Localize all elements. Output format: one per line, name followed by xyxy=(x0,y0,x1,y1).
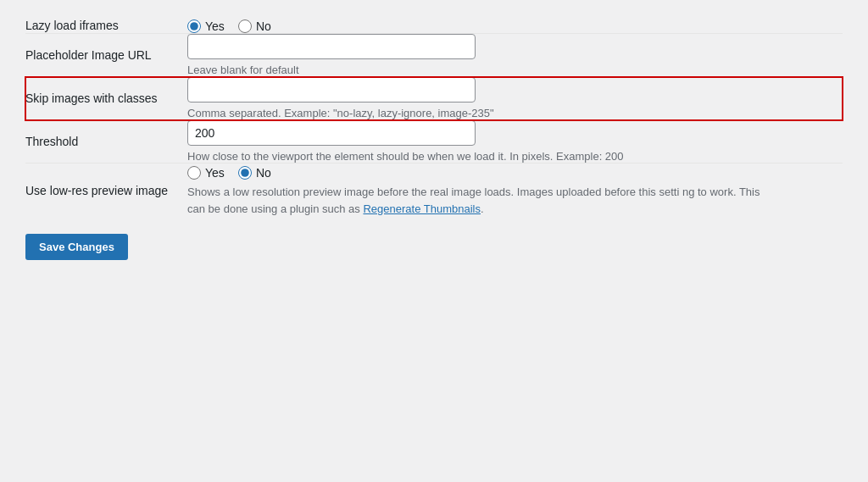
placeholder-image-url-label: Placeholder Image URL xyxy=(25,34,187,77)
placeholder-image-url-row: Placeholder Image URL Leave blank for de… xyxy=(25,34,843,77)
low-res-no-radio[interactable] xyxy=(238,166,252,180)
skip-images-label: Skip images with classes xyxy=(25,77,187,120)
placeholder-image-url-input[interactable] xyxy=(187,34,476,59)
skip-images-row: Skip images with classes Comma separated… xyxy=(25,77,843,120)
skip-images-input[interactable] xyxy=(187,77,476,102)
low-res-yes-label: Yes xyxy=(205,166,225,180)
low-res-preview-label: Use low-res preview image xyxy=(25,163,187,218)
lazy-load-no-label: No xyxy=(256,19,271,33)
lazy-load-yes-option[interactable]: Yes xyxy=(187,19,225,33)
low-res-preview-row: Use low-res preview image Yes No Shows a… xyxy=(25,163,843,218)
low-res-no-label: No xyxy=(256,166,271,180)
lazy-load-radio-group: Yes No xyxy=(187,17,843,33)
lazy-load-no-radio[interactable] xyxy=(238,19,252,33)
lazy-load-yes-label: Yes xyxy=(205,19,225,33)
placeholder-image-url-control: Leave blank for default xyxy=(187,34,843,77)
lazy-load-iframes-control: Yes No xyxy=(187,17,843,34)
settings-table: Lazy load iframes Yes No Placeholder Ima… xyxy=(25,17,843,217)
regenerate-thumbnails-link[interactable]: Regenerate Thumbnails xyxy=(363,202,481,215)
low-res-desc-part2: . xyxy=(481,202,484,215)
lazy-load-no-option[interactable]: No xyxy=(238,19,271,33)
threshold-input[interactable] xyxy=(187,120,476,146)
lazy-load-yes-radio[interactable] xyxy=(187,19,201,33)
save-changes-button[interactable]: Save Changes xyxy=(25,234,128,260)
settings-page: Lazy load iframes Yes No Placeholder Ima… xyxy=(0,0,868,482)
low-res-yes-option[interactable]: Yes xyxy=(187,166,225,180)
threshold-hint: How close to the viewport the element sh… xyxy=(187,150,843,163)
threshold-label: Threshold xyxy=(25,120,187,163)
low-res-radio-group: Yes No xyxy=(187,163,843,180)
low-res-preview-control: Yes No Shows a low resolution preview im… xyxy=(187,163,843,218)
threshold-row: Threshold How close to the viewport the … xyxy=(25,120,843,163)
low-res-yes-radio[interactable] xyxy=(187,166,201,180)
low-res-description: Shows a low resolution preview image bef… xyxy=(187,184,764,217)
skip-images-hint: Comma separated. Example: "no-lazy, lazy… xyxy=(187,107,843,119)
placeholder-image-url-hint: Leave blank for default xyxy=(187,64,843,76)
skip-images-control: Comma separated. Example: "no-lazy, lazy… xyxy=(187,77,843,120)
lazy-load-iframes-row: Lazy load iframes Yes No xyxy=(25,17,843,34)
threshold-control: How close to the viewport the element sh… xyxy=(187,120,843,163)
low-res-no-option[interactable]: No xyxy=(238,166,271,180)
lazy-load-iframes-label: Lazy load iframes xyxy=(25,17,187,34)
